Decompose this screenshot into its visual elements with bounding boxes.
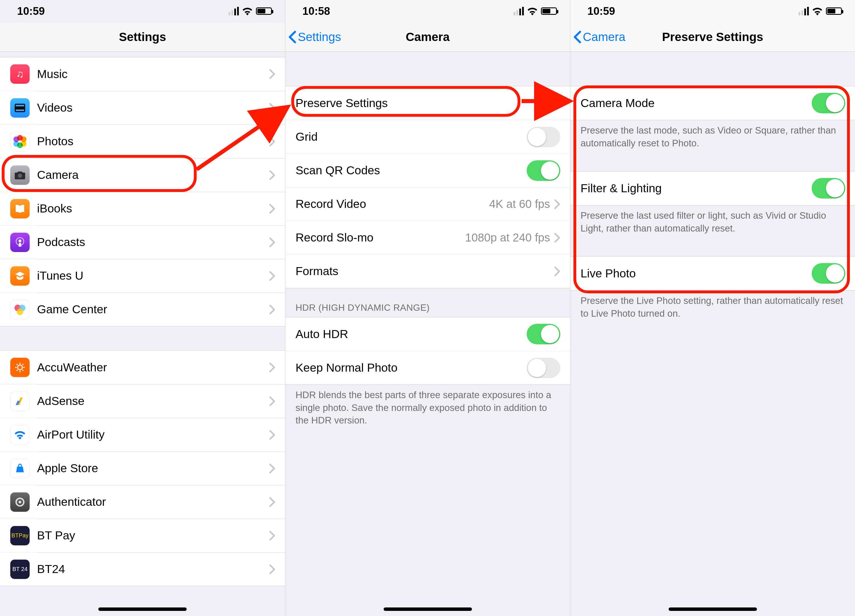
- toggle-filter-lighting[interactable]: [812, 178, 845, 199]
- filter-footer: Preserve the last used filter or light, …: [570, 205, 855, 243]
- chevron-right-icon: [554, 233, 560, 243]
- settings-row-podcasts[interactable]: Podcasts: [0, 225, 285, 259]
- row-filter-lighting[interactable]: Filter & Lighting: [570, 171, 855, 205]
- row-record-video[interactable]: Record Video 4K at 60 fps: [285, 187, 570, 221]
- camera-settings-screen: 10:58 Settings Camera Preserve Settings …: [285, 0, 570, 616]
- status-icons: [798, 7, 842, 15]
- chevron-right-icon: [554, 98, 560, 108]
- page-title: Settings: [119, 30, 166, 44]
- preserve-group-mode: Camera Mode: [570, 86, 855, 120]
- row-auto-hdr[interactable]: Auto HDR: [285, 317, 570, 351]
- settings-row-applestore[interactable]: Apple Store: [0, 451, 285, 485]
- back-button[interactable]: Settings: [288, 22, 341, 52]
- chevron-right-icon: [554, 266, 560, 277]
- authenticator-icon: [10, 492, 30, 512]
- svg-rect-1: [16, 105, 24, 107]
- airport-icon: [10, 425, 30, 445]
- bt24-icon: BT 24: [10, 559, 30, 579]
- home-indicator[interactable]: [98, 607, 187, 611]
- page-title: Camera: [406, 30, 449, 44]
- status-bar: 10:59: [570, 0, 855, 22]
- back-button[interactable]: Camera: [573, 22, 625, 52]
- status-time: 10:59: [587, 5, 615, 17]
- battery-icon: [541, 8, 557, 15]
- chevron-right-icon: [269, 497, 275, 507]
- row-preserve-settings[interactable]: Preserve Settings: [285, 86, 570, 120]
- row-grid[interactable]: Grid: [285, 120, 570, 153]
- chevron-right-icon: [269, 564, 275, 575]
- chevron-right-icon: [554, 199, 560, 209]
- ibooks-icon: [10, 199, 30, 219]
- cellular-icon: [798, 7, 809, 15]
- status-icons: [513, 7, 557, 15]
- settings-row-itunesu[interactable]: iTunes U: [0, 259, 285, 292]
- toggle-live-photo[interactable]: [812, 263, 845, 284]
- hdr-section-header: HDR (HIGH DYNAMIC RANGE): [285, 288, 570, 317]
- cellular-icon: [513, 7, 524, 15]
- row-record-slomo[interactable]: Record Slo-mo 1080p at 240 fps: [285, 221, 570, 254]
- row-scan-qr[interactable]: Scan QR Codes: [285, 153, 570, 187]
- settings-row-photos[interactable]: Photos: [0, 124, 285, 158]
- battery-icon: [256, 8, 272, 15]
- chevron-right-icon: [269, 203, 275, 214]
- preserve-group-filter: Filter & Lighting: [570, 171, 855, 205]
- settings-row-bt24[interactable]: BT 24 BT24: [0, 552, 285, 586]
- cellular-icon: [228, 7, 239, 15]
- nav-bar: Camera Preserve Settings: [570, 22, 855, 52]
- row-formats[interactable]: Formats: [285, 254, 570, 288]
- toggle-scan-qr[interactable]: [527, 160, 560, 181]
- podcasts-icon: [10, 233, 30, 252]
- record-slomo-value: 1080p at 240 fps: [465, 231, 550, 244]
- row-keep-normal[interactable]: Keep Normal Photo: [285, 351, 570, 384]
- svg-point-4: [18, 240, 21, 242]
- status-bar: 10:59: [0, 0, 285, 22]
- wifi-icon: [527, 7, 538, 15]
- chevron-right-icon: [269, 430, 275, 440]
- status-time: 10:59: [17, 5, 45, 17]
- chevron-right-icon: [269, 237, 275, 248]
- toggle-grid[interactable]: [527, 127, 560, 147]
- accuweather-icon: [10, 358, 30, 377]
- status-icons: [228, 7, 272, 15]
- settings-group-thirdparty: AccuWeather AdSense AirPort Utility Appl…: [0, 350, 285, 586]
- wifi-icon: [812, 7, 823, 15]
- toggle-auto-hdr[interactable]: [527, 324, 560, 344]
- row-live-photo[interactable]: Live Photo: [570, 257, 855, 290]
- svg-rect-2: [16, 109, 24, 111]
- settings-row-airport[interactable]: AirPort Utility: [0, 418, 285, 451]
- svg-point-3: [18, 173, 22, 178]
- itunesu-icon: [10, 266, 30, 286]
- row-camera-mode[interactable]: Camera Mode: [570, 86, 855, 120]
- toggle-camera-mode[interactable]: [812, 93, 845, 113]
- chevron-right-icon: [269, 396, 275, 407]
- svg-line-14: [17, 364, 18, 365]
- settings-row-videos[interactable]: Videos: [0, 91, 285, 124]
- svg-point-19: [18, 501, 21, 503]
- camera-settings-group: Preserve Settings Grid Scan QR Codes Rec…: [285, 86, 570, 288]
- status-bar: 10:58: [285, 0, 570, 22]
- home-indicator[interactable]: [669, 607, 757, 611]
- settings-screen: 10:59 Settings ♫ Music Videos: [0, 0, 285, 616]
- hdr-footer: HDR blends the best parts of three separ…: [285, 385, 570, 436]
- page-title: Preserve Settings: [662, 30, 763, 44]
- settings-row-accuweather[interactable]: AccuWeather: [0, 351, 285, 384]
- chevron-right-icon: [269, 170, 275, 180]
- settings-row-ibooks[interactable]: iBooks: [0, 192, 285, 225]
- wifi-icon: [242, 7, 253, 15]
- toggle-keep-normal[interactable]: [527, 358, 560, 378]
- chevron-right-icon: [269, 69, 275, 79]
- record-video-value: 4K at 60 fps: [489, 198, 550, 211]
- music-icon: ♫: [10, 64, 30, 84]
- settings-row-camera[interactable]: Camera: [0, 158, 285, 192]
- status-time: 10:58: [302, 5, 330, 17]
- settings-row-btpay[interactable]: BTPay BT Pay: [0, 518, 285, 552]
- settings-row-adsense[interactable]: AdSense: [0, 384, 285, 418]
- chevron-right-icon: [269, 530, 275, 541]
- svg-line-15: [22, 370, 23, 371]
- home-indicator[interactable]: [384, 607, 472, 611]
- settings-row-authenticator[interactable]: Authenticator: [0, 485, 285, 518]
- settings-row-music[interactable]: ♫ Music: [0, 57, 285, 91]
- svg-point-9: [18, 365, 23, 370]
- settings-row-gamecenter[interactable]: Game Center: [0, 292, 285, 326]
- chevron-right-icon: [269, 362, 275, 373]
